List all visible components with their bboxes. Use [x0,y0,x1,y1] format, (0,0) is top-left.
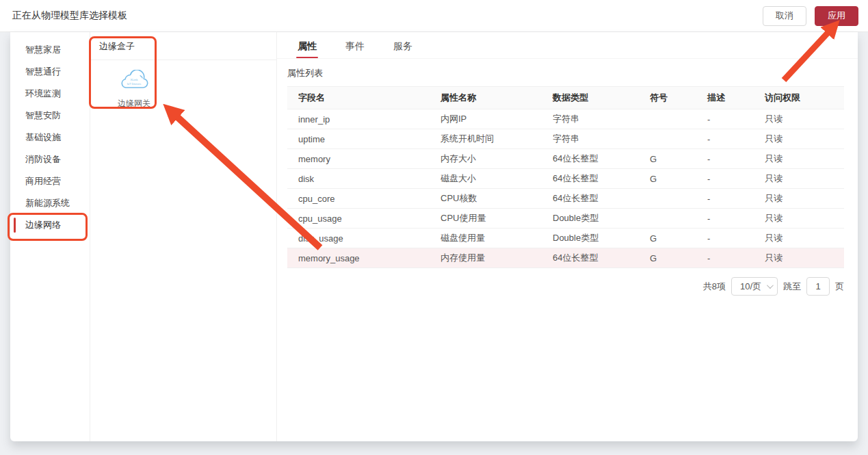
sidebar-item-label: 边缘网络 [25,220,61,230]
table-cell: G [639,169,696,189]
table-cell: 64位长整型 [542,248,639,268]
table-cell: 只读 [754,209,844,229]
table-cell: - [696,189,754,209]
sidebar-item[interactable]: 边缘网络 [10,214,90,236]
table-cell: 64位长整型 [542,189,639,209]
template-catalog-panel: 边缘盒子 XLink IoT Devices 边缘网关 [90,32,277,441]
table-cell: memory_usage [287,248,430,268]
sidebar-item[interactable]: 智慧安防 [10,105,90,127]
table-cell: - [696,209,754,229]
table-cell: - [696,149,754,169]
sidebar-item-label: 智慧安防 [25,110,61,120]
cloud-icon-text-1: XLink [131,78,139,81]
table-row[interactable]: memory内存大小64位长整型G-只读 [287,149,844,169]
sidebar-item[interactable]: 商用经营 [10,170,90,192]
pagination: 共8项 10/页 跳至 页 [287,277,844,296]
table-row[interactable]: disk_usage磁盘使用量Double类型G-只读 [287,229,844,248]
column-header: 字段名 [287,87,430,109]
sidebar-item-label: 环境监测 [25,88,61,99]
table-cell: 只读 [754,129,844,149]
pagination-total: 共8项 [703,281,726,293]
table-cell: 64位长整型 [542,169,639,189]
sidebar-item[interactable]: 消防设备 [10,148,90,170]
jump-to-label: 跳至 [783,281,801,293]
table-cell [639,189,696,209]
page-size-select[interactable]: 10/页 [731,277,778,296]
catalog-title: 边缘盒子 [90,32,276,60]
attribute-table-header: 字段名属性名称数据类型符号描述访问权限 [287,87,844,109]
table-cell: CPU使用量 [430,209,542,229]
sidebar-item-label: 基础设施 [25,132,61,142]
table-cell: G [639,229,696,248]
table-row[interactable]: cpu_coreCPU核数64位长整型-只读 [287,189,844,209]
tab[interactable]: 属性 [298,40,317,58]
table-row[interactable]: cpu_usageCPU使用量Double类型-只读 [287,209,844,229]
cloud-icon-text-2: IoT Devices [127,82,142,86]
table-cell [639,109,696,129]
top-bar-actions: 取消 应用 [763,6,858,26]
sidebar-item[interactable]: 环境监测 [10,83,90,105]
table-row[interactable]: memory_usage内存使用量64位长整型G-只读 [287,248,844,268]
column-header: 符号 [639,87,696,109]
attribute-table: 字段名属性名称数据类型符号描述访问权限 inner_ip内网IP字符串-只读up… [287,86,844,268]
table-cell: 系统开机时间 [430,129,542,149]
column-header: 数据类型 [542,87,639,109]
apply-button[interactable]: 应用 [815,6,858,26]
table-cell: 字符串 [542,129,639,149]
table-cell: 磁盘使用量 [430,229,542,248]
tab[interactable]: 事件 [345,40,365,58]
table-cell: 只读 [754,189,844,209]
top-bar: 正在从物理模型库选择模板 取消 应用 [0,0,868,32]
table-cell: 内存大小 [430,149,542,169]
table-cell: CPU核数 [430,189,542,209]
table-cell: - [696,248,754,268]
sidebar-item-label: 消防设备 [25,154,61,164]
table-cell: 内网IP [430,109,542,129]
jump-to-page-input[interactable] [806,277,830,296]
template-detail-panel: 属性事件服务 属性列表 字段名属性名称数据类型符号描述访问权限 inner_ip… [277,32,858,441]
page-unit-label: 页 [835,281,844,293]
table-cell: G [639,149,696,169]
table-cell: - [696,169,754,189]
table-cell: Double类型 [542,209,639,229]
template-item-edge-gateway[interactable]: XLink IoT Devices 边缘网关 [101,68,167,109]
table-cell: - [696,129,754,149]
table-cell: 只读 [754,109,844,129]
sidebar-item[interactable]: 智慧通行 [10,61,90,83]
divider [90,60,276,60]
table-cell: 只读 [754,169,844,189]
cancel-button[interactable]: 取消 [763,6,806,26]
table-cell: 只读 [754,149,844,169]
table-cell: cpu_core [287,189,430,209]
column-header: 访问权限 [754,87,844,109]
table-cell: uptime [287,129,430,149]
sidebar-item[interactable]: 基础设施 [10,127,90,148]
active-indicator-bar [14,218,16,233]
detail-tabs: 属性事件服务 [277,32,858,59]
template-picker-panel: 智慧家居智慧通行环境监测智慧安防基础设施消防设备商用经营新能源系统边缘网络 边缘… [10,32,858,441]
table-cell: 磁盘大小 [430,169,542,189]
sidebar-item-label: 智慧通行 [25,66,61,77]
attribute-list-title: 属性列表 [277,59,858,86]
table-cell: Double类型 [542,229,639,248]
table-cell: cpu_usage [287,209,430,229]
template-item-label: 边缘网关 [118,98,150,109]
table-cell: 只读 [754,248,844,268]
table-cell: disk [287,169,430,189]
table-cell: - [696,109,754,129]
sidebar-item[interactable]: 新能源系统 [10,192,90,214]
tab[interactable]: 服务 [393,40,412,58]
table-row[interactable]: inner_ip内网IP字符串-只读 [287,109,844,129]
category-sidebar: 智慧家居智慧通行环境监测智慧安防基础设施消防设备商用经营新能源系统边缘网络 [10,32,90,441]
table-cell: inner_ip [287,109,430,129]
table-cell: - [696,229,754,248]
table-row[interactable]: disk磁盘大小64位长整型G-只读 [287,169,844,189]
table-cell: 只读 [754,229,844,248]
table-row[interactable]: uptime系统开机时间字符串-只读 [287,129,844,149]
table-cell: disk_usage [287,229,430,248]
sidebar-item[interactable]: 智慧家居 [10,39,90,61]
page-title: 正在从物理模型库选择模板 [12,10,127,22]
column-header: 属性名称 [430,87,542,109]
table-cell: memory [287,149,430,169]
table-cell [639,129,696,149]
